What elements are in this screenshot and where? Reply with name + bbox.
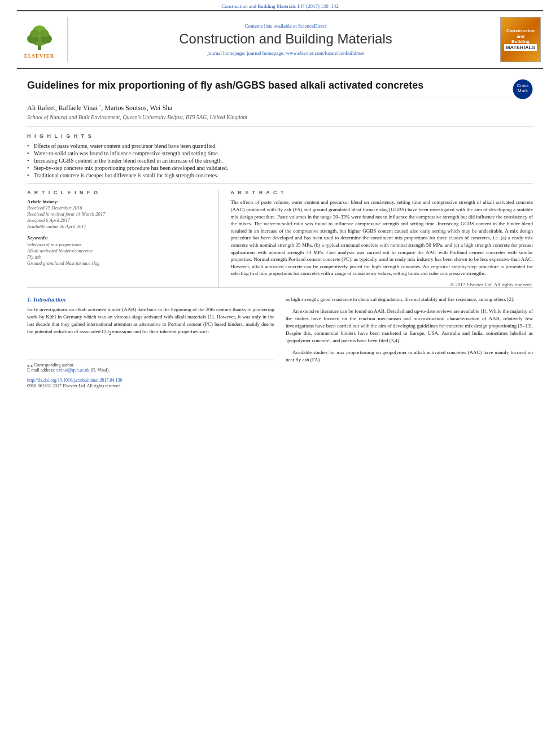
highlight-item: Water-to-solid ratio was found to influe…	[27, 150, 533, 157]
elsevier-logo: ELSEVIER	[17, 17, 68, 62]
highlight-item: Effects of paste volume, water content a…	[27, 142, 533, 150]
page: Construction and Building Materials 147 …	[0, 0, 560, 747]
email-note: E-mail address: r.vinai@qub.ac.uk (R. Vi…	[27, 368, 274, 373]
article-history: Article history: Received 15 December 20…	[27, 199, 211, 229]
revised-date: Received in revised form 14 March 2017	[27, 211, 211, 217]
affiliation: School of Natural and Built Environment,…	[27, 114, 533, 120]
homepage-prefix: journal homepage:	[208, 50, 247, 56]
issn-text: 0950-0618/© 2017 Elsevier Ltd. All right…	[27, 383, 274, 388]
body-col-right: as high strength, good resistance to che…	[286, 296, 533, 388]
keywords-section: Keywords: Selection of mix proportions A…	[27, 235, 211, 266]
svg-point-5	[30, 29, 40, 37]
available-date: Available online 26 April 2017	[27, 224, 211, 229]
history-label: Article history:	[27, 199, 58, 204]
highlights-list: Effects of paste volume, water content a…	[27, 142, 533, 179]
footer-divider	[27, 360, 274, 360]
highlight-item: Step-by-step concrete mix proportioning …	[27, 164, 533, 172]
journal-center: Contents lists available at ScienceDirec…	[73, 17, 498, 62]
article-info-label: A R T I C L E I N F O	[27, 190, 211, 195]
abstract-col: A B S T R A C T The effects of paste vol…	[230, 190, 533, 287]
corresponding-text: ⁎ Corresponding author.	[30, 362, 75, 368]
keyword-item: Selection of mix proportions	[27, 242, 211, 247]
body-text-left: Early investigations on alkali activated…	[27, 306, 274, 337]
intro-para-right-3: Available studies for mix proportioning …	[286, 349, 533, 364]
highlights-label: H I G H L I G H T S	[27, 133, 533, 139]
info-abstract-section: A R T I C L E I N F O Article history: R…	[27, 184, 533, 288]
elsevier-tree-icon	[23, 21, 56, 52]
sciencedirect-prefix: Contents lists available at	[245, 23, 297, 29]
logo-line2: and	[517, 34, 524, 39]
content-area: Cross Mark Guidelines for mix proportion…	[0, 69, 560, 388]
authors: Ali Rafeet, Raffaele Vinai *, Marios Sou…	[27, 104, 533, 112]
highlight-item: Increasing GGBS content in the binder bl…	[27, 157, 533, 164]
journal-title: Construction and Building Materials	[73, 31, 498, 47]
elsevier-label: ELSEVIER	[24, 53, 55, 59]
author-list: Ali Rafeet, Raffaele Vinai *, Marios Sou…	[27, 104, 172, 112]
keyword-item: Ground granulated blast furnace slag	[27, 260, 211, 266]
doi-link[interactable]: http://dx.doi.org/10.1016/j.conbuildmat.…	[27, 378, 274, 383]
intro-para-right-2: An extensive literature can be found on …	[286, 308, 533, 344]
svg-text:Cross: Cross	[517, 83, 529, 88]
body-text-right: as high strength, good resistance to che…	[286, 296, 533, 364]
svg-point-6	[40, 29, 49, 37]
keyword-item: Alkali activated binders/concretes	[27, 248, 211, 254]
authors-section: Ali Rafeet, Raffaele Vinai *, Marios Sou…	[27, 98, 533, 123]
email-link[interactable]: r.vinai@qub.ac.uk	[56, 368, 90, 373]
received-date: Received 15 December 2016	[27, 205, 211, 211]
logo-line1: Construction	[506, 28, 535, 33]
homepage-url[interactable]: journal homepage: www.elsevier.com/locat…	[247, 50, 364, 56]
sciencedirect-link: Contents lists available at ScienceDirec…	[73, 23, 498, 29]
journal-header: ELSEVIER Contents lists available at Sci…	[17, 10, 543, 69]
intro-para-right-1: as high strength, good resistance to che…	[286, 296, 533, 303]
journal-logo-box: Construction and Building MATERIALS	[498, 17, 543, 62]
crossmark-icon: Cross Mark	[513, 79, 533, 99]
keyword-item: Fly ash	[27, 254, 211, 260]
highlights-section: H I G H L I G H T S Effects of paste vol…	[27, 126, 533, 184]
keywords-list: Selection of mix proportions Alkali acti…	[27, 242, 211, 266]
keywords-label: Keywords:	[27, 235, 211, 241]
body-col-left: 1. Introduction Early investigations on …	[27, 296, 274, 388]
email-label: E-mail address:	[27, 368, 55, 373]
section-1-heading: 1. Introduction	[27, 296, 274, 303]
body-section: 1. Introduction Early investigations on …	[27, 288, 533, 388]
journal-homepage: journal homepage: journal homepage: www.…	[73, 50, 498, 56]
logo-line4: MATERIALS	[504, 44, 537, 51]
citation-text: Construction and Building Materials 147 …	[221, 3, 338, 9]
abstract-text: The effects of paste volume, water conte…	[230, 199, 533, 277]
email-note-suffix: (R. Vinai).	[91, 368, 110, 373]
article-title-section: Cross Mark Guidelines for mix proportion…	[27, 69, 533, 98]
corresponding-author-note: ⁎ ⁎ Corresponding author.	[27, 362, 274, 368]
article-title: Guidelines for mix proportioning of fly …	[27, 79, 533, 92]
intro-para-1: Early investigations on alkali activated…	[27, 306, 274, 337]
svg-text:Mark: Mark	[518, 88, 528, 93]
abstract-label: A B S T R A C T	[230, 190, 533, 195]
journal-citation: Construction and Building Materials 147 …	[0, 0, 560, 10]
sciencedirect-name[interactable]: ScienceDirect	[298, 23, 326, 29]
journal-logo-image: Construction and Building MATERIALS	[500, 17, 541, 62]
highlight-item: Traditional concrete is cheaper but diff…	[27, 172, 533, 179]
accepted-date: Accepted 6 April 2017	[27, 217, 211, 223]
abstract-copyright: © 2017 Elsevier Ltd. All rights reserved…	[230, 282, 533, 287]
footer-notes: ⁎ ⁎ Corresponding author. E-mail address…	[27, 360, 274, 388]
article-info-col: A R T I C L E I N F O Article history: R…	[27, 190, 219, 287]
